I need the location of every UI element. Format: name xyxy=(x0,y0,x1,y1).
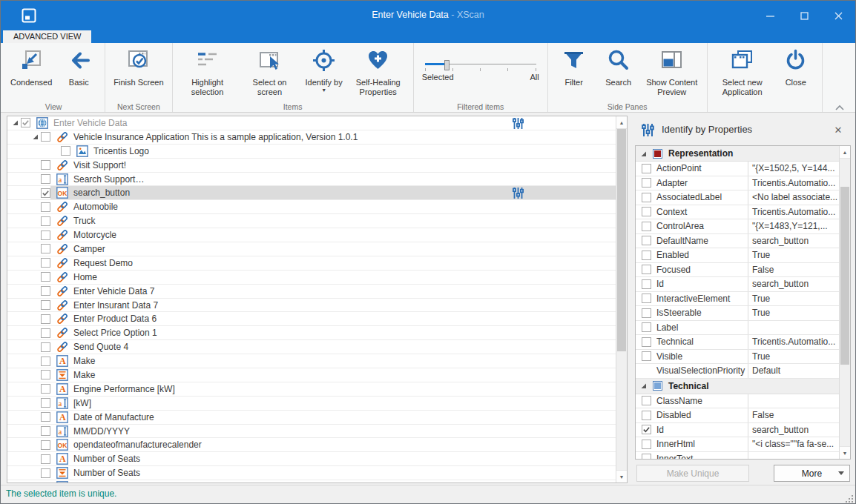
close-button[interactable]: Close xyxy=(774,45,818,87)
item-checkbox[interactable] xyxy=(41,398,50,408)
tree-item-request-demo[interactable]: Request Demo xyxy=(7,256,616,271)
item-checkbox[interactable] xyxy=(41,286,50,296)
tree-item-body[interactable]: aMM/DD/YYYY xyxy=(50,425,616,438)
tree-item-send-quote-4[interactable]: Send Quote 4 xyxy=(7,340,616,354)
item-checkbox[interactable] xyxy=(41,244,50,253)
property-row-id[interactable]: Idsearch_button xyxy=(636,423,839,438)
tree-item-enter-product-data-6[interactable]: Enter Product Data 6 xyxy=(7,312,616,326)
maximize-button[interactable] xyxy=(787,1,821,30)
identify-by-button[interactable]: Identify by▼ xyxy=(301,45,347,93)
tree-item-body[interactable]: AEngine Performance [kW] xyxy=(50,382,616,396)
property-scrollbar-thumb[interactable] xyxy=(840,187,849,365)
tree-item-body[interactable]: Select Price Option 1 xyxy=(50,326,616,339)
property-checkbox[interactable] xyxy=(642,322,651,332)
tree-item-engine-performance-kw[interactable]: AEngine Performance [kW] xyxy=(7,382,616,397)
minimize-button[interactable] xyxy=(753,1,787,30)
property-grid-scrollbar[interactable]: ▲ ▼ xyxy=(839,146,850,459)
property-checkbox[interactable] xyxy=(642,294,651,303)
section-technical[interactable]: Technical xyxy=(636,379,839,394)
property-row-visible[interactable]: VisibleTrue xyxy=(636,350,839,365)
tree-item-date-of-manufacture[interactable]: ADate of Manufacture xyxy=(7,411,616,425)
expander-icon[interactable] xyxy=(30,132,40,142)
property-checkbox[interactable] xyxy=(642,454,651,459)
basic-button[interactable]: Basic xyxy=(56,45,101,87)
slider-track[interactable] xyxy=(425,63,536,66)
tree-item-search-support[interactable]: aSearch Support… xyxy=(7,173,616,187)
scroll-up-icon[interactable]: ▲ xyxy=(840,146,850,159)
tree-item-body[interactable]: ADate of Manufacture xyxy=(50,411,616,424)
property-checkbox[interactable] xyxy=(642,265,651,274)
item-checkbox[interactable] xyxy=(41,384,50,394)
tree-item-body[interactable]: Automobile xyxy=(50,200,616,213)
tree-item-number-of-seats[interactable]: ANumber of Seats xyxy=(7,452,616,466)
item-checkbox[interactable] xyxy=(41,454,50,464)
tree-item[interactable]: A xyxy=(7,480,616,483)
property-row-associatedlabel[interactable]: AssociatedLabel<No label associate... xyxy=(636,190,839,205)
tree-item-body[interactable]: Motorcycle xyxy=(50,228,616,242)
property-checkbox[interactable] xyxy=(642,164,651,173)
tree-item-body[interactable]: ANumber of Seats xyxy=(50,452,616,465)
item-checkbox[interactable] xyxy=(41,300,50,310)
tree-item-home[interactable]: Home xyxy=(7,271,616,285)
tree-item-truck[interactable]: Truck xyxy=(7,214,616,228)
tree-item-body[interactable]: Request Demo xyxy=(50,256,616,270)
property-checkbox[interactable] xyxy=(642,207,651,216)
property-checkbox[interactable] xyxy=(642,351,651,361)
expander-icon[interactable] xyxy=(639,381,648,391)
property-row-issteerable[interactable]: IsSteerableTrue xyxy=(636,306,839,321)
property-checkbox[interactable] xyxy=(642,425,651,434)
tree-item-visit-support[interactable]: Visit Support! xyxy=(7,159,616,173)
property-row-id[interactable]: Idsearch_button xyxy=(636,277,839,292)
property-checkbox[interactable] xyxy=(642,193,651,202)
select-on-screen-button[interactable]: Select on screen xyxy=(239,45,301,97)
item-checkbox[interactable] xyxy=(41,370,50,379)
item-checkbox[interactable] xyxy=(41,132,50,142)
property-checkbox[interactable] xyxy=(642,222,651,231)
search-button[interactable]: Search xyxy=(596,45,641,87)
tree-item-opendateofmanufacturecalender[interactable]: OKopendateofmanufacturecalender xyxy=(7,438,616,452)
property-row-technical[interactable]: TechnicalTricentis.Automatio... xyxy=(636,335,839,350)
property-checkbox[interactable] xyxy=(642,279,651,289)
item-checkbox[interactable] xyxy=(41,174,50,184)
item-checkbox[interactable] xyxy=(41,342,50,352)
scroll-up-icon[interactable]: ▲ xyxy=(616,116,627,129)
show-content-preview-button[interactable]: Show Content Preview xyxy=(641,45,703,97)
identify-by-sliders-icon[interactable] xyxy=(512,117,524,130)
item-checkbox[interactable] xyxy=(41,357,50,366)
item-checkbox[interactable] xyxy=(41,412,50,422)
resize-grip[interactable] xyxy=(845,493,854,502)
tree-item-mm-dd-yyyy[interactable]: aMM/DD/YYYY xyxy=(7,425,616,439)
filter-button[interactable]: Filter xyxy=(552,45,596,87)
highlight-selection-button[interactable]: Highlight selection xyxy=(177,45,239,97)
tree-item-body[interactable]: OKopendateofmanufacturecalender xyxy=(50,438,616,451)
expander-icon[interactable] xyxy=(10,118,20,127)
close-window-button[interactable] xyxy=(821,1,855,30)
item-checkbox[interactable] xyxy=(41,272,50,282)
tree-item-motorcycle[interactable]: Motorcycle xyxy=(7,228,616,242)
property-row-disabled[interactable]: DisabledFalse xyxy=(636,408,839,423)
tree-item-body[interactable]: Camper xyxy=(50,242,616,256)
tree-item-body[interactable]: Send Quote 4 xyxy=(50,340,616,354)
tree-scrollbar-thumb[interactable] xyxy=(617,129,626,351)
property-checkbox[interactable] xyxy=(642,178,651,188)
self-healing-properties-button[interactable]: Self-Healing Properties xyxy=(347,45,409,97)
tree-item-enter-insurant-data-7[interactable]: Enter Insurant Data 7 xyxy=(7,299,616,313)
item-checkbox[interactable] xyxy=(41,202,50,212)
expander-icon[interactable] xyxy=(639,149,648,159)
tree-item-body[interactable]: Enter Product Data 6 xyxy=(50,312,616,325)
property-checkbox[interactable] xyxy=(642,251,651,260)
property-checkbox[interactable] xyxy=(642,308,651,318)
item-checkbox[interactable] xyxy=(41,426,50,436)
tree-item-automobile[interactable]: Automobile xyxy=(7,200,616,214)
tree-scrollbar[interactable]: ▲ ▼ xyxy=(616,116,627,483)
tree-item-body[interactable]: a[kW] xyxy=(50,397,616,410)
property-checkbox[interactable] xyxy=(642,396,651,405)
item-checkbox[interactable] xyxy=(61,146,70,156)
tree-item-body[interactable]: Enter Insurant Data 7 xyxy=(50,299,616,312)
tree-item-make[interactable]: Make xyxy=(7,368,616,382)
slider-thumb[interactable] xyxy=(444,60,450,70)
select-new-application-button[interactable]: Select new Application xyxy=(711,45,774,97)
item-checkbox[interactable] xyxy=(41,468,50,478)
item-checkbox[interactable] xyxy=(41,440,50,450)
tree-item-body[interactable]: aSearch Support… xyxy=(50,173,616,186)
